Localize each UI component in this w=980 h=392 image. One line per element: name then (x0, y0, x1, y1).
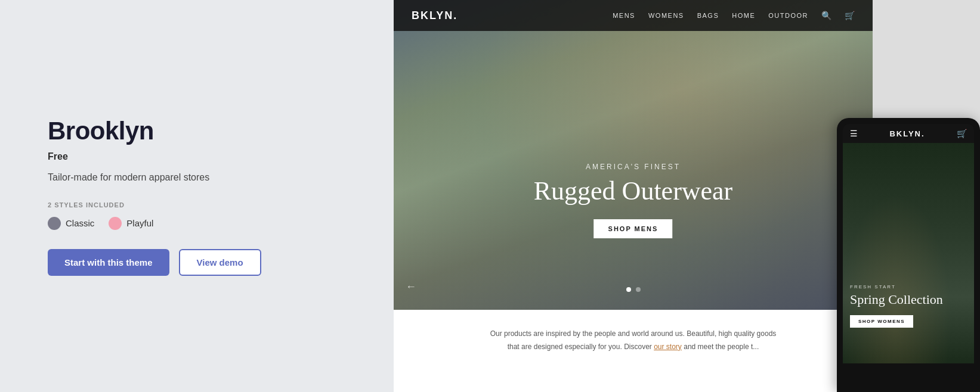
cart-icon: 🛒 (845, 11, 855, 20)
style-options: Classic Playful (48, 217, 346, 230)
classic-dot (48, 217, 61, 230)
playful-label: Playful (126, 218, 153, 228)
hero-title: Rugged Outerwear (534, 176, 733, 206)
left-panel: Brooklyn Free Tailor-made for modern app… (0, 0, 394, 392)
our-story-link[interactable]: our story (654, 343, 682, 351)
hero-prev-arrow[interactable]: ← (406, 281, 416, 293)
hero-subtitle: AMERICA'S FINEST (534, 163, 733, 171)
mobile-hero-title: Spring Collection (850, 292, 967, 307)
content-text-after: and meet the people t... (684, 343, 759, 351)
store-content: Our products are inspired by the people … (394, 310, 873, 392)
mobile-hero-cta-button[interactable]: SHOP WOMENS (850, 315, 913, 328)
mobile-hero-subtitle: FRESH START (850, 284, 967, 290)
hero-pagination (626, 287, 641, 292)
styles-label: 2 STYLES INCLUDED (48, 201, 346, 209)
hero-dot-1 (626, 287, 631, 292)
mobile-hero-background (843, 143, 974, 363)
search-icon: 🔍 (821, 11, 831, 20)
style-option-classic[interactable]: Classic (48, 217, 94, 230)
nav-home: HOME (732, 12, 755, 19)
style-option-playful[interactable]: Playful (109, 217, 153, 230)
store-logo: BKLYN. (412, 10, 457, 22)
nav-outdoor: OUTDOOR (768, 12, 808, 19)
nav-womens: WOMENS (648, 12, 684, 19)
store-nav-links: MENS WOMENS BAGS HOME OUTDOOR 🔍 🛒 (613, 11, 855, 20)
right-panel: BKLYN. MENS WOMENS BAGS HOME OUTDOOR 🔍 🛒… (394, 0, 980, 392)
hero-background (394, 0, 873, 310)
theme-description: Tailor-made for modern apparel stores (48, 170, 346, 185)
theme-title: Brooklyn (48, 117, 346, 145)
buttons-row: Start with this theme View demo (48, 249, 346, 276)
mobile-logo: BKLYN. (889, 129, 925, 138)
mobile-preview: ☰ BKLYN. 🛒 FRESH START Spring Collection… (837, 118, 980, 392)
theme-price: Free (48, 151, 346, 162)
mobile-nav: ☰ BKLYN. 🛒 (843, 124, 974, 143)
playful-dot (109, 217, 122, 230)
desktop-preview: BKLYN. MENS WOMENS BAGS HOME OUTDOOR 🔍 🛒… (394, 0, 873, 392)
start-theme-button[interactable]: Start with this theme (48, 249, 169, 276)
hero-dot-2 (636, 287, 641, 292)
mobile-hero: FRESH START Spring Collection SHOP WOMEN… (843, 143, 974, 363)
store-navbar: BKLYN. MENS WOMENS BAGS HOME OUTDOOR 🔍 🛒 (394, 0, 873, 31)
mobile-hero-content: FRESH START Spring Collection SHOP WOMEN… (850, 284, 967, 328)
nav-bags: BAGS (697, 12, 719, 19)
hero-cta-button[interactable]: SHOP MENS (594, 219, 673, 238)
hero-content: AMERICA'S FINEST Rugged Outerwear SHOP M… (534, 163, 733, 238)
view-demo-button[interactable]: View demo (179, 249, 261, 276)
nav-mens: MENS (613, 12, 635, 19)
hero-section: BKLYN. MENS WOMENS BAGS HOME OUTDOOR 🔍 🛒… (394, 0, 873, 310)
store-content-text: Our products are inspired by the people … (484, 328, 783, 353)
classic-label: Classic (66, 218, 94, 228)
mobile-cart-icon: 🛒 (957, 129, 967, 138)
hamburger-icon: ☰ (850, 129, 858, 138)
